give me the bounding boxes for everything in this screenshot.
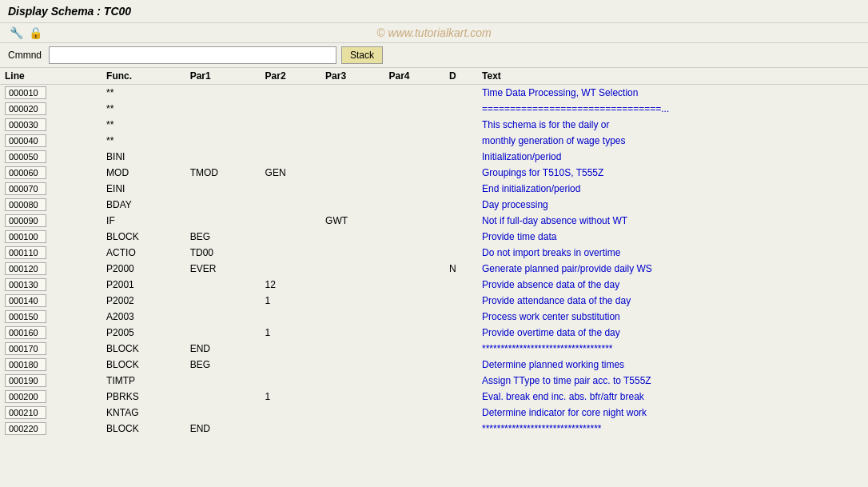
cell-par3	[321, 117, 384, 133]
cell-d	[444, 101, 477, 117]
col-par2: Par2	[261, 68, 321, 85]
cell-func: TIMTP	[102, 373, 185, 389]
table-header-row: Line Func. Par1 Par2 Par3 Par4 D Text	[0, 68, 868, 85]
cell-d	[444, 229, 477, 245]
cell-func: MOD	[102, 165, 185, 181]
table-row: 000080BDAYDay processing	[0, 197, 868, 213]
cell-text: Provide time data	[477, 229, 868, 245]
command-bar: Cmmnd Stack	[0, 43, 868, 68]
cell-par4	[384, 341, 445, 357]
cell-par4	[384, 309, 445, 325]
cell-line: 000040	[0, 133, 102, 149]
cell-d	[444, 373, 477, 389]
table-row: 000090IFGWTNot if full-day absence witho…	[0, 213, 868, 229]
cell-par1	[185, 277, 261, 293]
cell-par2	[261, 117, 321, 133]
cell-d	[444, 117, 477, 133]
cell-text: End initialization/period	[477, 181, 868, 197]
cell-par3	[321, 421, 384, 437]
cell-par3	[321, 165, 384, 181]
table-row: 000180BLOCKBEGDetermine planned working …	[0, 357, 868, 373]
cell-d	[444, 325, 477, 341]
cell-func: BDAY	[102, 197, 185, 213]
cell-par3	[321, 325, 384, 341]
cell-d	[444, 181, 477, 197]
cell-d	[444, 149, 477, 165]
cell-par1: EVER	[185, 261, 261, 277]
cell-line: 000110	[0, 245, 102, 261]
cell-par3	[321, 101, 384, 117]
cell-par1	[185, 325, 261, 341]
cell-par1	[185, 101, 261, 117]
cell-func: P2001	[102, 277, 185, 293]
table-row: 000190TIMTPAssign TType to time pair acc…	[0, 373, 868, 389]
cell-par2	[261, 133, 321, 149]
title-bar: Display Schema : TC00	[0, 0, 868, 23]
cell-par3	[321, 357, 384, 373]
cell-par1	[185, 405, 261, 421]
table-row: 000070EINIEnd initialization/period	[0, 181, 868, 197]
cell-func: EINI	[102, 181, 185, 197]
table-row: 000100BLOCKBEGProvide time data	[0, 229, 868, 245]
cell-par2	[261, 197, 321, 213]
cell-line: 000210	[0, 405, 102, 421]
table-row: 000050BINIInitialization/period	[0, 149, 868, 165]
cell-text: Process work center substitution	[477, 309, 868, 325]
cell-par1	[185, 197, 261, 213]
stack-button[interactable]: Stack	[341, 46, 383, 64]
cell-func: **	[102, 133, 185, 149]
table-row: 000110ACTIOTD00Do not import breaks in o…	[0, 245, 868, 261]
cell-func: ACTIO	[102, 245, 185, 261]
page-title: Display Schema : TC00	[8, 5, 860, 18]
cell-func: P2002	[102, 293, 185, 309]
cell-line: 000190	[0, 373, 102, 389]
cell-par1: END	[185, 421, 261, 437]
cell-par1	[185, 181, 261, 197]
cell-text: Not if full-day absence without WT	[477, 213, 868, 229]
cell-par2	[261, 149, 321, 165]
cell-par2: 1	[261, 389, 321, 405]
table-row: 000220BLOCKEND**************************…	[0, 421, 868, 437]
cell-line: 000140	[0, 293, 102, 309]
table-row: 000150A2003Process work center substitut…	[0, 309, 868, 325]
cell-par1: BEG	[185, 229, 261, 245]
cell-par2: GEN	[261, 165, 321, 181]
cell-text: Assign TType to time pair acc. to T555Z	[477, 373, 868, 389]
cell-par1: END	[185, 341, 261, 357]
cell-par3	[321, 85, 384, 102]
table-row: 000010**Time Data Processing, WT Selecti…	[0, 85, 868, 102]
cell-line: 000050	[0, 149, 102, 165]
cell-par2	[261, 357, 321, 373]
cell-par2	[261, 373, 321, 389]
cell-par3	[321, 373, 384, 389]
cell-func: A2003	[102, 309, 185, 325]
cell-text: Generate planned pair/provide daily WS	[477, 261, 868, 277]
cell-par3	[321, 229, 384, 245]
cell-par1	[185, 373, 261, 389]
cell-text: Eval. break end inc. abs. bfr/aftr break	[477, 389, 868, 405]
cell-func: IF	[102, 213, 185, 229]
cell-par2	[261, 229, 321, 245]
cell-par1: TMOD	[185, 165, 261, 181]
cell-text: Do not import breaks in overtime	[477, 245, 868, 261]
table-row: 000130P200112Provide absence data of the…	[0, 277, 868, 293]
cell-par1	[185, 117, 261, 133]
cell-line: 000010	[0, 85, 102, 102]
cell-d	[444, 277, 477, 293]
cell-d	[444, 341, 477, 357]
table-row: 000200PBRKS1Eval. break end inc. abs. bf…	[0, 389, 868, 405]
cell-par4	[384, 421, 445, 437]
cell-par4	[384, 181, 445, 197]
cell-par4	[384, 101, 445, 117]
lock-icon[interactable]: 🔒	[27, 25, 43, 41]
cell-par2	[261, 213, 321, 229]
tool-icon-1[interactable]: 🔧	[8, 25, 24, 41]
cell-par1: BEG	[185, 357, 261, 373]
table-row: 000140P20021Provide attendance data of t…	[0, 293, 868, 309]
cell-par1	[185, 389, 261, 405]
table-row: 000020**================================…	[0, 101, 868, 117]
cell-d	[444, 197, 477, 213]
cell-par2	[261, 261, 321, 277]
command-input[interactable]	[49, 46, 336, 64]
col-text: Text	[477, 68, 868, 85]
